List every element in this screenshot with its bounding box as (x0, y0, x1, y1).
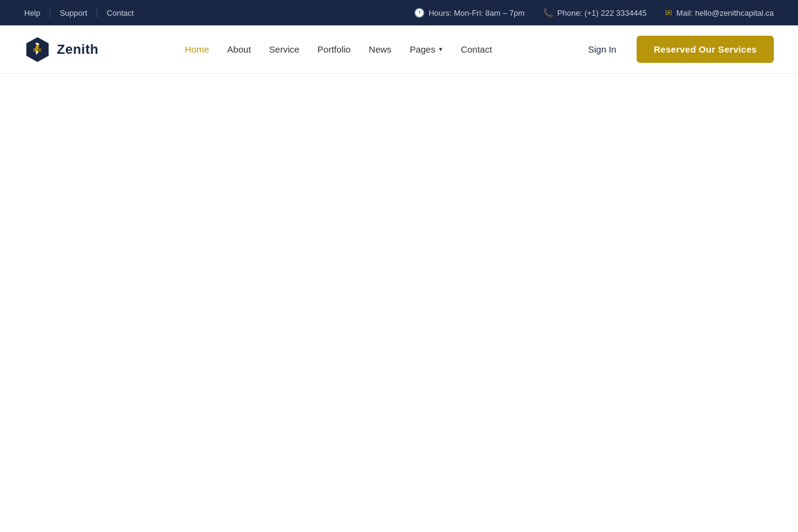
main-nav: Zenith Home About Service Portfolio News… (0, 25, 798, 74)
phone-info: 📞 Phone: (+1) 222 3334445 (543, 8, 647, 18)
nav-pages[interactable]: Pages ▾ (403, 41, 450, 58)
clock-icon: 🕐 (414, 8, 424, 18)
reserved-services-button[interactable]: Reserved Our Services (637, 36, 774, 63)
top-bar-left: Help | Support | Contact (24, 7, 142, 18)
nav-service[interactable]: Service (262, 41, 307, 58)
chevron-down-icon: ▾ (439, 45, 443, 53)
help-link[interactable]: Help (24, 8, 49, 18)
nav-about[interactable]: About (220, 41, 258, 58)
nav-home[interactable]: Home (178, 41, 216, 58)
phone-icon: 📞 (543, 8, 553, 18)
phone-text: Phone: (+1) 222 3334445 (557, 8, 647, 18)
nav-pages-label: Pages (410, 44, 436, 54)
top-bar: Help | Support | Contact 🕐 Hours: Mon-Fr… (0, 0, 798, 25)
sign-in-button[interactable]: Sign In (579, 39, 626, 59)
hours-info: 🕐 Hours: Mon-Fri: 8am – 7pm (414, 8, 525, 18)
nav-news[interactable]: News (362, 41, 399, 58)
nav-right: Sign In Reserved Our Services (579, 36, 774, 63)
mail-icon: ✉ (665, 8, 672, 18)
logo-text: Zenith (57, 42, 99, 57)
nav-links: Home About Service Portfolio News Pages … (178, 41, 499, 58)
support-link[interactable]: Support (51, 8, 96, 18)
logo-icon (24, 36, 51, 63)
logo[interactable]: Zenith (24, 36, 99, 63)
contact-topbar-link[interactable]: Contact (99, 8, 143, 18)
mail-text: Mail: hello@zenithcapital.ca (676, 8, 774, 18)
top-bar-right: 🕐 Hours: Mon-Fri: 8am – 7pm 📞 Phone: (+1… (414, 8, 774, 18)
nav-portfolio[interactable]: Portfolio (310, 41, 358, 58)
hours-text: Hours: Mon-Fri: 8am – 7pm (429, 8, 525, 18)
main-content (0, 74, 798, 532)
mail-info: ✉ Mail: hello@zenithcapital.ca (665, 8, 774, 18)
nav-contact[interactable]: Contact (453, 41, 499, 58)
